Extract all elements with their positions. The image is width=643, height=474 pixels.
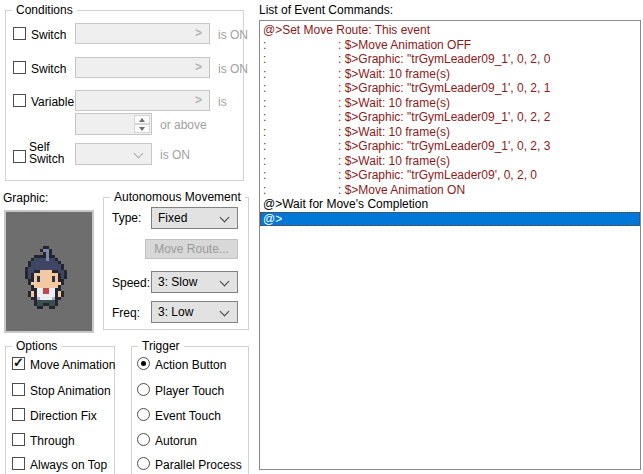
condition-switch1-label: Switch [31, 28, 66, 42]
trigger-event-touch-label: Event Touch [155, 409, 221, 423]
event-command-row[interactable]: :: $>Wait: 10 frame(s) [260, 96, 640, 111]
down-arrow-icon [139, 127, 145, 131]
event-command-row[interactable]: :: $>Wait: 10 frame(s) [260, 125, 640, 140]
event-command-row[interactable]: :: $>Wait: 10 frame(s) [260, 67, 640, 82]
event-command-row[interactable]: :: $>Wait: 10 frame(s) [260, 154, 640, 169]
event-editor-page: Conditions Switch > is ON Switch > is ON… [0, 0, 643, 474]
graphic-box[interactable] [4, 210, 94, 333]
condition-self-switch-label: Self Switch [29, 141, 73, 165]
condition-switch1-checkbox[interactable] [13, 27, 26, 40]
option-through-checkbox[interactable] [12, 433, 25, 446]
option-always-on-top-checkbox[interactable] [12, 457, 25, 470]
trigger-autorun-label: Autorun [155, 434, 197, 448]
trigger-event-touch-radio[interactable] [137, 408, 150, 421]
event-command-row[interactable]: :: $>Move Animation ON [260, 183, 640, 198]
event-command-row[interactable]: @> [260, 212, 640, 227]
type-label: Type: [112, 211, 141, 225]
event-command-row[interactable]: :: $>Graphic: "trGymLeader09_1', 0, 2, 2 [260, 110, 640, 125]
up-arrow-icon [139, 118, 145, 122]
chevron-down-icon [134, 149, 144, 159]
trigger-parallel-process-label: Parallel Process [155, 458, 242, 472]
option-move-animation-label: Move Animation [30, 358, 115, 372]
speed-label: Speed: [112, 276, 150, 290]
movement-freq-select[interactable]: 3: Low [151, 301, 238, 323]
event-command-row[interactable]: @>Wait for Move's Completion [260, 197, 640, 212]
picker-arrow-icon: > [195, 26, 202, 40]
condition-variable-label: Variable [31, 95, 74, 109]
movement-speed-value: 3: Slow [158, 275, 197, 289]
condition-variable-suffix: is [218, 95, 227, 109]
condition-switch2-suffix: is ON [218, 62, 248, 76]
condition-variable-input[interactable]: > [75, 90, 210, 111]
event-command-list[interactable]: @>Set Move Route: This event:: $>Move An… [259, 20, 641, 470]
condition-variable-checkbox[interactable] [13, 94, 26, 107]
picker-arrow-icon: > [195, 93, 202, 107]
condition-variable-qualifier: or above [160, 118, 207, 132]
condition-self-switch-select[interactable] [75, 143, 152, 165]
movement-type-value: Fixed [158, 211, 187, 225]
freq-label: Freq: [112, 306, 140, 320]
chevron-down-icon [220, 213, 230, 223]
condition-switch2-input[interactable]: > [75, 57, 210, 78]
event-command-row[interactable]: :: $>Move Animation OFF [260, 38, 640, 53]
event-command-row[interactable]: :: $>Graphic: "trGymLeader09_1', 0, 2, 3 [260, 139, 640, 154]
conditions-group-title: Conditions [12, 3, 77, 17]
trigger-player-touch-radio[interactable] [137, 383, 150, 396]
chevron-down-icon [220, 307, 230, 317]
option-stop-animation-checkbox[interactable] [12, 383, 25, 396]
autonomous-movement-title: Autonomous Movement [110, 190, 245, 204]
chevron-down-icon [220, 277, 230, 287]
movement-speed-select[interactable]: 3: Slow [151, 271, 238, 293]
option-direction-fix-label: Direction Fix [30, 409, 97, 423]
character-sprite [22, 243, 25, 246]
trigger-group-title: Trigger [138, 339, 184, 353]
trigger-parallel-process-radio[interactable] [137, 457, 150, 470]
condition-variable-value-stepper[interactable] [75, 113, 152, 135]
condition-self-switch-suffix: is ON [160, 148, 190, 162]
stepper-buttons[interactable] [134, 115, 150, 133]
stepper-down-button[interactable] [134, 124, 150, 133]
condition-switch1-suffix: is ON [218, 28, 248, 42]
trigger-autorun-radio[interactable] [137, 433, 150, 446]
move-route-button[interactable]: Move Route... [145, 239, 238, 259]
option-through-label: Through [30, 434, 75, 448]
stepper-up-button[interactable] [134, 115, 150, 124]
trigger-player-touch-label: Player Touch [155, 384, 224, 398]
trigger-action-button-label: Action Button [155, 358, 226, 372]
condition-switch1-input[interactable]: > [75, 23, 210, 44]
options-group-title: Options [12, 339, 61, 353]
movement-freq-value: 3: Low [158, 305, 193, 319]
option-always-on-top-label: Always on Top [30, 458, 107, 472]
event-command-row[interactable]: :: $>Graphic: "trGymLeader09_1', 0, 2, 1 [260, 81, 640, 96]
graphic-label: Graphic: [3, 191, 48, 205]
condition-switch2-label: Switch [31, 62, 66, 76]
event-command-row[interactable]: :: $>Graphic: "trGymLeader09_1', 0, 2, 0 [260, 52, 640, 67]
event-command-row[interactable]: @>Set Move Route: This event [260, 23, 640, 38]
movement-type-select[interactable]: Fixed [151, 207, 238, 229]
option-direction-fix-checkbox[interactable] [12, 408, 25, 421]
trigger-action-button-radio[interactable] [137, 357, 150, 370]
picker-arrow-icon: > [195, 60, 202, 74]
event-command-row[interactable]: :: $>Graphic: "trGymLeader09', 0, 2, 0 [260, 168, 640, 183]
option-move-animation-checkbox[interactable] [12, 357, 25, 370]
condition-self-switch-checkbox[interactable] [13, 150, 26, 163]
option-stop-animation-label: Stop Animation [30, 384, 111, 398]
condition-switch2-checkbox[interactable] [13, 61, 26, 74]
event-list-label: List of Event Commands: [259, 3, 393, 17]
